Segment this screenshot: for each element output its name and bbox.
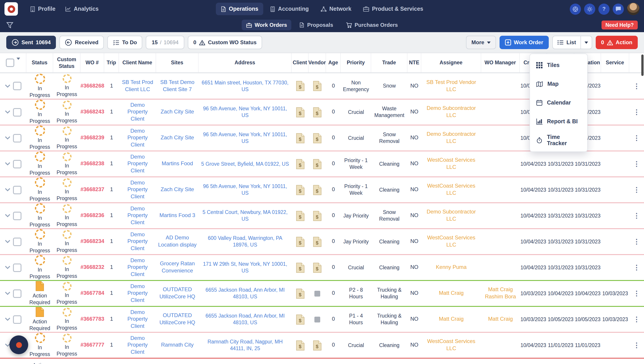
wo-number-link[interactable]: #3668243	[81, 108, 104, 116]
wo-number-link[interactable]: #3668238	[81, 160, 104, 167]
filter-button[interactable]	[6, 22, 14, 28]
client-name-link[interactable]: Demo Property Client	[120, 102, 155, 122]
row-checkbox[interactable]	[13, 82, 22, 90]
help-button[interactable]: ?	[598, 3, 609, 14]
client-invoice-icon[interactable]: $	[296, 81, 304, 91]
wo-number-link[interactable]: #3668268	[81, 82, 104, 89]
row-expand-chevron-icon[interactable]	[5, 266, 10, 269]
assignee-link[interactable]: WestCoast Services LLC	[423, 338, 480, 352]
client-name-link[interactable]: Demo Property Client	[120, 335, 155, 356]
nav-item-profile[interactable]: Profile	[25, 3, 60, 15]
row-menu-button[interactable]: ⋮	[633, 108, 640, 116]
client-name-link[interactable]: SB Test Prod Client LLC	[120, 79, 155, 93]
wo-manager-link[interactable]: Matt Craig Rashim Bora	[483, 286, 518, 300]
wo-number-link[interactable]: #3668237	[81, 186, 104, 193]
client-name-link[interactable]: Demo Property Client	[120, 128, 155, 148]
nav-item-analytics[interactable]: Analytics	[60, 3, 104, 15]
action-button[interactable]: 0 Action	[596, 36, 638, 49]
row-menu-button[interactable]: ⋮	[633, 289, 640, 298]
client-name-link[interactable]: Demo Property Client	[120, 231, 155, 252]
row-checkbox[interactable]	[13, 160, 22, 168]
vendor-invoice-icon[interactable]: $	[313, 81, 322, 91]
row-expand-chevron-icon[interactable]	[5, 110, 10, 114]
received-filter-button[interactable]: Received	[60, 36, 104, 49]
vendor-invoice-icon[interactable]: $	[313, 185, 322, 195]
site-link[interactable]: OUTDATED UtilizeCore HQ	[157, 286, 197, 300]
client-name-link[interactable]: Demo Property Client	[120, 154, 155, 174]
record-button[interactable]	[10, 336, 28, 354]
vendor-invoice-icon[interactable]: $	[313, 340, 322, 350]
select-all-caret-icon[interactable]	[17, 60, 20, 66]
client-invoice-icon[interactable]: $	[296, 340, 304, 350]
client-invoice-icon[interactable]: $	[296, 262, 304, 273]
site-link[interactable]: Zach City Site	[160, 186, 194, 193]
assignee-link[interactable]: Demo Subcontractor LLC	[423, 209, 480, 223]
menu-item-tiles[interactable]: Tiles	[530, 56, 587, 74]
nav-item-network[interactable]: Network	[316, 3, 356, 15]
row-expand-chevron-icon[interactable]	[5, 292, 10, 295]
support-button[interactable]	[570, 3, 581, 14]
wo-number-link[interactable]: #3667777	[81, 342, 104, 348]
assignee-link[interactable]: Matt Craig	[439, 290, 464, 297]
vendor-invoice-icon[interactable]: $	[313, 210, 322, 221]
address-link[interactable]: 96 5th Avenue, New York, NY 10011, US	[200, 183, 290, 196]
row-menu-button[interactable]: ⋮	[633, 263, 640, 272]
wo-manager-link[interactable]: Matt Craig	[488, 316, 513, 323]
row-menu-button[interactable]: ⋮	[633, 315, 640, 324]
chat-button[interactable]	[613, 3, 624, 14]
client-name-link[interactable]: Demo Property Client	[120, 283, 155, 304]
site-link[interactable]: Zach City Site	[160, 134, 194, 141]
client-invoice-icon[interactable]: $	[296, 210, 304, 221]
address-link[interactable]: 6655 Jackson Road, Ann Arbor, MI 48103, …	[200, 313, 290, 326]
assignee-link[interactable]: WestCoast Services LLC	[423, 157, 480, 171]
assignee-link[interactable]: WestCoast Services LLC	[423, 235, 480, 248]
address-link[interactable]: 171 W 29th St, New York, NY 10001, US	[200, 261, 290, 274]
assignee-link[interactable]: WestCoast Services LLC	[423, 183, 480, 197]
menu-item-calendar[interactable]: Calendar	[530, 93, 587, 112]
menu-item-time-tracker[interactable]: Time Tracker	[530, 131, 587, 150]
vendor-invoice-icon[interactable]: $	[313, 107, 322, 117]
custom-wo-status-button[interactable]: 0 Custom WO Status	[188, 36, 262, 49]
nav-item-product-services[interactable]: Product & Services	[358, 3, 428, 15]
assignee-link[interactable]: Matt Craig	[439, 316, 464, 323]
nav-item-accounting[interactable]: Accounting	[265, 3, 314, 15]
new-work-order-button[interactable]: Work Order	[500, 36, 549, 49]
wo-number-link[interactable]: #3667784	[81, 290, 104, 297]
assignee-link[interactable]: SB Test Prod Vendor LLC	[423, 79, 480, 93]
client-invoice-icon[interactable]: $	[296, 314, 304, 324]
client-name-link[interactable]: Demo Property Client	[120, 309, 155, 330]
more-button[interactable]: More	[466, 36, 496, 49]
row-checkbox[interactable]	[13, 212, 22, 220]
row-checkbox[interactable]	[13, 186, 22, 194]
tab-work-orders[interactable]: Work Orders	[242, 20, 292, 30]
menu-item-report-bi[interactable]: Report & BI	[530, 112, 587, 131]
wo-number-link[interactable]: #3667783	[81, 316, 104, 323]
site-link[interactable]: Grocery Ratan Convenience	[157, 260, 197, 274]
wo-number-link[interactable]: #3668232	[81, 264, 104, 271]
row-checkbox[interactable]	[13, 263, 22, 272]
client-invoice-icon[interactable]: $	[296, 236, 304, 247]
row-expand-chevron-icon[interactable]	[5, 162, 10, 166]
wo-number-link[interactable]: #3668234	[81, 238, 104, 245]
address-link[interactable]: 600 Valley Road, Warrington, PA 18976, U…	[200, 235, 290, 248]
site-link[interactable]: Martins Food	[162, 160, 193, 167]
client-invoice-icon[interactable]: $	[296, 133, 304, 143]
assignee-link[interactable]: Demo Subcontractor LLC	[423, 131, 480, 145]
vendor-invoice-icon[interactable]: $	[313, 262, 322, 273]
client-name-link[interactable]: Demo Property Client	[120, 179, 155, 200]
assignee-link[interactable]: Demo Subcontractor LLC	[423, 105, 480, 119]
settings-button[interactable]	[584, 3, 595, 14]
site-link[interactable]: Zach City Site	[160, 108, 194, 116]
sent-filter-button[interactable]: Sent 10694	[6, 36, 56, 49]
tab-purchase-orders[interactable]: Purchase Orders	[341, 20, 402, 30]
menu-item-map[interactable]: Map	[530, 74, 587, 93]
view-switcher-caret[interactable]	[580, 36, 592, 49]
address-link[interactable]: 6655 Jackson Road, Ann Arbor, MI 48103, …	[200, 287, 290, 300]
row-expand-chevron-icon[interactable]	[5, 136, 10, 140]
client-name-link[interactable]: Demo Property Client	[120, 257, 155, 278]
address-link[interactable]: 96 5th Avenue, New York, NY 10011, US	[200, 106, 290, 119]
client-invoice-icon[interactable]: $	[296, 159, 304, 169]
select-all-checkbox[interactable]	[6, 58, 14, 67]
assignee-link[interactable]: Kenny Puma	[436, 264, 467, 271]
row-menu-button[interactable]: ⋮	[633, 212, 640, 220]
